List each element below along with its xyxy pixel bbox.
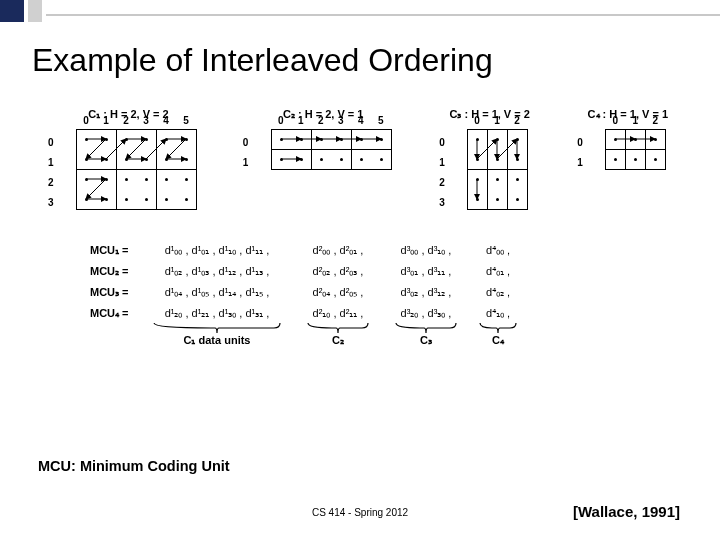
component-4: C₄ : H = 1, V = 101201 [588,108,668,170]
underbrace: C₃ [394,322,458,347]
mcu-group: d⁴₀₀ , [478,240,518,261]
mcu-group: d³₀₀ , d³₁₀ , [394,240,458,261]
mcu-label: MCU₃ = [90,282,152,303]
mcu-group: d³₀₂ , d³₁₂ , [394,282,458,303]
mcu-row: MCU₄ =d¹₂₀ , d¹₂₁ , d¹₃₀ , d¹₃₁ ,d²₁₀ , … [90,303,668,324]
underbrace: C₄ [478,322,518,347]
mcu-group: d²₀₂ , d²₀₃ , [306,261,370,282]
citation-text: [Wallace, 1991] [573,503,680,520]
mcu-group: d¹₀₄ , d¹₀₅ , d¹₁₄ , d¹₁₅ , [152,282,282,303]
component-1: C₁ : H = 2, V = 20123450123 [60,108,197,210]
underbrace-label: C₂ [332,334,344,347]
mcu-label: MCU₁ = [90,240,152,261]
subtitle-text: MCU: Minimum Coding Unit [38,458,230,474]
underbrace: C₂ [306,322,370,347]
page-title: Example of Interleaved Ordering [32,42,493,79]
mcu-group: d¹₀₂ , d¹₀₃ , d¹₁₂ , d¹₁₃ , [152,261,282,282]
mcu-row: MCU₂ =d¹₀₂ , d¹₀₃ , d¹₁₂ , d¹₁₃ ,d²₀₂ , … [90,261,668,282]
component-2: C₂ : H = 2, V = 101234501 [255,108,392,170]
mcu-group: d²₁₀ , d²₁₁ , [306,303,370,324]
mcu-group: d⁴₀₂ , [478,282,518,303]
mcu-group: d³₂₀ , d³₃₀ , [394,303,458,324]
mcu-group: d¹₀₀ , d¹₀₁ , d¹₁₀ , d¹₁₁ , [152,240,282,261]
mcu-group: d⁴₁₀ , [478,303,518,324]
mcu-group: d³₀₁ , d³₁₁ , [394,261,458,282]
component-3: C₃ : H = 1, V = 20120123 [449,108,529,210]
mcu-row: MCU₁ =d¹₀₀ , d¹₀₁ , d¹₁₀ , d¹₁₁ ,d²₀₀ , … [90,240,668,261]
mcu-group: d⁴₀₁ , [478,261,518,282]
underbrace: C₁ data units [152,322,282,347]
mcu-group: d¹₂₀ , d¹₂₁ , d¹₃₀ , d¹₃₁ , [152,303,282,324]
mcu-label: MCU₂ = [90,261,152,282]
underbrace-label: C₄ [492,334,504,347]
diagram-area: C₁ : H = 2, V = 20123450123C₂ : H = 2, V… [60,108,668,347]
mcu-group: d²₀₀ , d²₀₁ , [306,240,370,261]
mcu-group: d²₀₄ , d²₀₅ , [306,282,370,303]
underbrace-label: C₁ data units [184,334,251,347]
mcu-row: MCU₃ =d¹₀₄ , d¹₀₅ , d¹₁₄ , d¹₁₅ ,d²₀₄ , … [90,282,668,303]
mcu-label: MCU₄ = [90,303,152,324]
slide-accent [0,0,720,22]
underbrace-label: C₃ [420,334,432,347]
